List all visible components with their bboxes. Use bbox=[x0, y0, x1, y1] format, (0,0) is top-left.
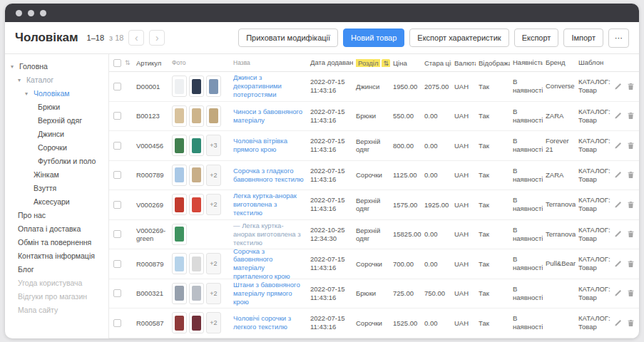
sidebar-item-label: Угода користувача bbox=[18, 279, 82, 288]
pagination-prev-button[interactable]: ‹ bbox=[128, 30, 144, 46]
product-name-link[interactable]: Сорочка з гладкого бавовняного текстилю bbox=[233, 167, 305, 184]
export-button[interactable]: Експорт bbox=[514, 28, 559, 47]
sidebar-item-contact-info[interactable]: Контактна інформація bbox=[5, 249, 108, 263]
row-checkbox[interactable] bbox=[113, 83, 121, 90]
product-photo-thumbnail bbox=[172, 312, 187, 333]
product-name-link[interactable]: — Легка куртка-анорак виготовлена з текс… bbox=[233, 222, 305, 247]
product-currency: UAH bbox=[451, 142, 476, 150]
window-control-dot[interactable] bbox=[40, 10, 46, 16]
column-header-stock[interactable]: Наявність bbox=[510, 58, 543, 67]
row-checkbox[interactable] bbox=[113, 201, 121, 209]
edit-icon[interactable] bbox=[614, 230, 622, 238]
sidebar-item-shoes[interactable]: Взуття bbox=[5, 182, 108, 195]
sidebar-item-sitemap[interactable]: Мапа сайту bbox=[5, 304, 108, 317]
product-name-link[interactable]: Сорочка з бавовняного матеріалу притален… bbox=[233, 247, 305, 281]
sort-order-icon[interactable]: ⇅ bbox=[125, 59, 133, 66]
row-checkbox[interactable] bbox=[113, 112, 121, 120]
select-all-checkbox[interactable] bbox=[113, 59, 121, 67]
sidebar-item-store-reviews[interactable]: Відгуки про магазин bbox=[5, 290, 108, 304]
delete-icon[interactable] bbox=[627, 171, 635, 179]
product-name-link[interactable]: Штани з бавовняного матеріалу прямого кр… bbox=[233, 281, 305, 306]
edit-icon[interactable] bbox=[614, 171, 622, 179]
edit-icon[interactable] bbox=[614, 289, 622, 297]
sidebar-item-exchange-return[interactable]: Обмін та повернення bbox=[5, 236, 108, 249]
delete-icon[interactable] bbox=[627, 112, 635, 120]
column-header-old-price[interactable]: Стара ціна bbox=[421, 59, 451, 67]
delete-icon[interactable] bbox=[627, 289, 635, 297]
delete-icon[interactable] bbox=[627, 142, 635, 150]
column-header-price[interactable]: Ціна bbox=[390, 59, 421, 67]
edit-icon[interactable] bbox=[614, 201, 622, 209]
pagination-next-button[interactable]: › bbox=[149, 30, 165, 46]
product-currency: UAH bbox=[451, 289, 476, 297]
product-time: 11:43:16 bbox=[310, 86, 350, 95]
product-stock: В наявності bbox=[510, 226, 543, 243]
sidebar-item-catalog[interactable]: ▾Каталог bbox=[5, 73, 108, 87]
product-name-link[interactable]: Легка куртка-анорак виготовлена з тексти… bbox=[233, 192, 305, 217]
app-window: Чоловікам 1–18 з 18 ‹ › Приховати модифі… bbox=[5, 4, 639, 338]
product-sku: R000879 bbox=[133, 260, 169, 268]
row-checkbox[interactable] bbox=[113, 142, 121, 150]
more-actions-button[interactable]: ⋯ bbox=[608, 28, 629, 48]
column-header-brand[interactable]: Бренд bbox=[543, 58, 576, 67]
edit-icon[interactable] bbox=[614, 260, 622, 268]
sidebar-item-women[interactable]: Жінкам bbox=[5, 168, 108, 182]
sidebar-item-shirts[interactable]: Сорочки bbox=[5, 141, 108, 155]
chevron-down-icon[interactable]: ▾ bbox=[11, 62, 16, 71]
product-price: 1950.00 bbox=[390, 83, 421, 90]
column-header-photo[interactable]: Фото bbox=[169, 59, 230, 66]
export-characteristics-button[interactable]: Експорт характеристик bbox=[409, 28, 508, 47]
sidebar-item-payment-delivery[interactable]: Оплата і доставка bbox=[5, 222, 108, 236]
sidebar-item-accessories[interactable]: Аксесуари bbox=[5, 195, 108, 209]
chevron-down-icon[interactable]: ▾ bbox=[18, 76, 24, 85]
delete-icon[interactable] bbox=[627, 201, 635, 209]
delete-icon[interactable] bbox=[627, 83, 635, 90]
column-header-name[interactable]: Назва bbox=[230, 59, 307, 66]
row-checkbox[interactable] bbox=[113, 319, 121, 327]
sidebar-item-user-agreement[interactable]: Угода користувача bbox=[5, 276, 108, 290]
sidebar-item-label: Джинси bbox=[38, 130, 64, 139]
column-header-section[interactable]: Розділ⇅ bbox=[353, 59, 390, 67]
delete-icon[interactable] bbox=[627, 230, 635, 238]
product-price: 800.00 bbox=[390, 142, 421, 150]
sidebar-item-outerwear[interactable]: Верхній одяг bbox=[5, 114, 108, 128]
column-header-display[interactable]: Відображати bbox=[476, 59, 510, 67]
row-checkbox[interactable] bbox=[113, 230, 121, 238]
product-name-link[interactable]: Джинси з декоративними потертостями bbox=[233, 73, 305, 99]
sort-icon[interactable]: ⇅ bbox=[382, 59, 390, 67]
row-checkbox[interactable] bbox=[113, 260, 121, 268]
column-header-currency[interactable]: Валюта bbox=[451, 59, 476, 67]
import-button[interactable]: Імпорт bbox=[563, 28, 603, 47]
sidebar-item-home[interactable]: ▾Головна bbox=[5, 60, 108, 73]
sidebar-item-men[interactable]: ▾Чоловікам bbox=[5, 87, 108, 100]
column-header-template[interactable]: Шаблон bbox=[576, 58, 611, 67]
new-product-button[interactable]: Новий товар bbox=[343, 28, 404, 47]
edit-icon[interactable] bbox=[614, 83, 622, 90]
edit-icon[interactable] bbox=[614, 142, 622, 150]
row-checkbox[interactable] bbox=[113, 289, 121, 297]
sidebar-item-label: Аксесуари bbox=[34, 197, 70, 207]
sidebar-item-tshirts-polo[interactable]: Футболки и поло bbox=[5, 155, 108, 168]
sidebar-item-blog[interactable]: Блог bbox=[5, 263, 108, 276]
hide-modifications-button[interactable]: Приховати модифікації bbox=[238, 28, 338, 47]
sidebar-item-trousers[interactable]: Брюки bbox=[5, 100, 108, 114]
delete-icon[interactable] bbox=[627, 260, 635, 268]
product-time: 11:43:16 bbox=[310, 323, 350, 331]
column-header-date[interactable]: Дата додавання bbox=[307, 58, 353, 67]
product-name-link[interactable]: Чиноси з бавовняного матеріалу bbox=[233, 108, 305, 125]
chevron-down-icon[interactable]: ▾ bbox=[25, 89, 31, 98]
delete-icon[interactable] bbox=[627, 319, 635, 327]
row-checkbox[interactable] bbox=[113, 171, 121, 179]
window-control-dot[interactable] bbox=[28, 10, 34, 16]
product-date: 2022-07-15 bbox=[310, 285, 350, 294]
product-section: Верхній одяг bbox=[353, 227, 390, 242]
edit-icon[interactable] bbox=[614, 112, 622, 120]
product-name-link[interactable]: Чоловіча вітрівка прямого крою bbox=[233, 137, 305, 154]
ellipsis-icon: ⋯ bbox=[615, 33, 623, 42]
product-name-link[interactable]: Чоловічі сорочки з легкого текстилю bbox=[233, 314, 305, 331]
sidebar-item-jeans[interactable]: Джинси bbox=[5, 128, 108, 141]
edit-icon[interactable] bbox=[614, 319, 622, 327]
column-header-sku[interactable]: Артикул bbox=[133, 59, 169, 67]
sidebar-item-about-us[interactable]: Про нас bbox=[5, 209, 108, 222]
window-control-dot[interactable] bbox=[16, 10, 22, 16]
